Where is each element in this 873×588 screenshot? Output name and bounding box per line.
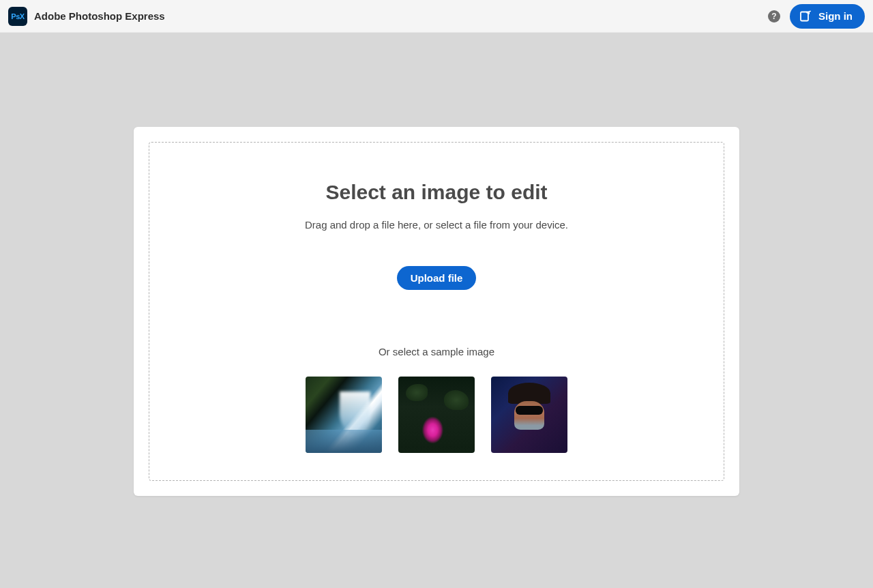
app-title: Adobe Photoshop Express — [34, 10, 165, 22]
upload-file-button[interactable]: Upload file — [397, 266, 477, 290]
app-logo-text: PsX — [11, 12, 24, 20]
upload-card: Select an image to edit Drag and drop a … — [134, 127, 739, 496]
sample-images-row — [163, 377, 710, 453]
header-left: PsX Adobe Photoshop Express — [8, 7, 165, 26]
main-content: Select an image to edit Drag and drop a … — [0, 33, 873, 496]
app-logo-icon: PsX — [8, 7, 27, 26]
sample-image-waterfall[interactable] — [306, 377, 382, 453]
app-header: PsX Adobe Photoshop Express ? Sign in — [0, 0, 873, 33]
dropzone[interactable]: Select an image to edit Drag and drop a … — [149, 142, 724, 481]
sample-images-label: Or select a sample image — [163, 346, 710, 357]
decorative-sunglasses — [516, 406, 543, 415]
dropzone-subtitle: Drag and drop a file here, or select a f… — [163, 219, 710, 231]
signin-button[interactable]: Sign in — [790, 4, 865, 29]
sample-image-lotus[interactable] — [398, 377, 475, 453]
signin-icon — [799, 10, 812, 23]
dropzone-title: Select an image to edit — [163, 181, 710, 204]
help-icon[interactable]: ? — [768, 10, 780, 23]
sample-image-person[interactable] — [491, 377, 567, 453]
header-right: ? Sign in — [768, 4, 865, 29]
signin-label: Sign in — [818, 10, 853, 22]
